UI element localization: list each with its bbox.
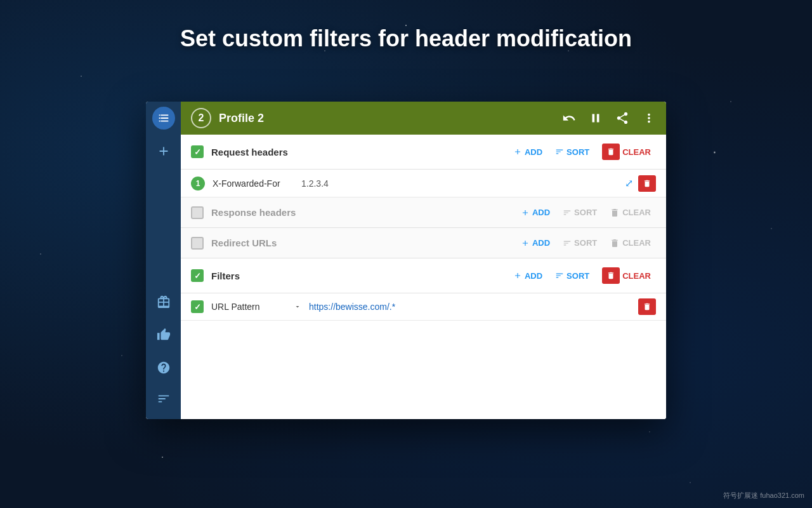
profile-badge: 2 [191,108,211,128]
sort-icon-2 [563,208,572,217]
thumbs-up-icon [157,328,171,342]
help-button[interactable] [152,356,175,379]
redirect-urls-sort-button[interactable]: SORT [558,236,602,250]
undo-icon [562,111,576,125]
request-headers-clear-icon [602,144,620,160]
sort-sidebar-icon [157,392,171,406]
delete-icon-1 [643,179,652,188]
app-logo[interactable] [152,107,175,130]
trash-icon [606,147,615,156]
filters-checkbox[interactable] [191,269,204,282]
filters-title: Filters [211,271,508,281]
row-number-1: 1 [191,177,205,190]
request-headers-add-button[interactable]: ADD [508,145,547,159]
request-headers-sort-button[interactable]: SORT [550,145,594,159]
request-headers-checkbox[interactable] [191,145,204,158]
more-button[interactable] [642,111,656,125]
url-pattern-value: https://bewisse.com/.* [309,302,638,312]
request-headers-title: Request headers [211,147,508,157]
redirect-urls-checkbox[interactable] [191,237,204,250]
header-actions [562,111,656,125]
header-value-1: 1.2.3.4 [301,178,625,189]
response-headers-section: Response headers ADD SORT CLEAR [181,197,666,228]
sort-icon-3 [563,239,572,248]
delete-row-button-1[interactable] [638,175,656,192]
filters-clear-button[interactable]: CLEAR [597,265,656,286]
like-button[interactable] [152,323,175,346]
response-headers-title: Response headers [211,207,516,218]
profile-header: 2 Profile 2 [181,102,666,135]
add-sidebar-button[interactable] [152,140,175,163]
filters-section: Filters ADD SORT CLEAR [181,258,666,293]
gift-icon [157,295,171,309]
delete-filter-icon [643,302,652,311]
pause-button[interactable] [589,111,603,125]
sort-sidebar-button[interactable] [154,389,173,411]
delete-filter-button[interactable] [638,298,656,315]
help-icon [157,361,171,375]
url-pattern-dropdown[interactable] [294,303,301,311]
sort-icon-4 [555,271,564,280]
add-icon [513,147,522,156]
filters-sort-button[interactable]: SORT [550,269,594,283]
main-content: 2 Profile 2 [181,102,666,419]
undo-button[interactable] [562,111,576,125]
chevron-down-icon [294,303,301,311]
profile-name: Profile 2 [219,112,562,125]
request-headers-section: Request headers ADD SORT CLEAR [181,135,666,170]
url-pattern-label: URL Pattern [211,302,294,312]
app-window: 2 Profile 2 [146,102,666,419]
more-icon [642,111,656,125]
header-key-1: X-Forwarded-For [213,178,301,189]
watermark: 符号扩展迷 fuhao321.com [723,491,804,500]
logo-icon [157,111,171,125]
add-icon-3 [521,239,530,248]
filters-add-button[interactable]: ADD [508,269,547,283]
request-header-row-1: 1 X-Forwarded-For 1.2.3.4 ⤢ [181,170,666,197]
pause-icon [589,111,603,125]
sidebar [146,102,181,419]
share-button[interactable] [615,111,629,125]
filters-clear-icon [602,267,620,284]
add-icon-2 [521,208,530,217]
content-area: Request headers ADD SORT CLEAR [181,135,666,419]
redirect-urls-clear-button[interactable]: CLEAR [605,236,656,251]
row-actions-1: ⤢ [625,175,656,192]
redirect-urls-title: Redirect URLs [211,237,516,248]
filter-row-1: URL Pattern https://bewisse.com/.* [181,293,666,321]
response-headers-clear-button[interactable]: CLEAR [605,205,656,220]
response-headers-checkbox[interactable] [191,206,204,219]
plus-icon [157,144,171,158]
trash-icon-4 [606,271,615,280]
request-headers-clear-button[interactable]: CLEAR [597,141,656,163]
redirect-urls-section: Redirect URLs ADD SORT CLEAR [181,228,666,258]
response-headers-sort-button[interactable]: SORT [558,205,602,220]
sidebar-bottom [152,290,175,411]
sort-icon [555,147,564,156]
trash-icon-2 [610,208,620,218]
page-title: Set custom filters for header modificati… [0,25,812,52]
add-icon-4 [513,271,522,280]
response-headers-add-button[interactable]: ADD [516,205,555,220]
redirect-urls-add-button[interactable]: ADD [516,236,555,250]
expand-button-1[interactable]: ⤢ [625,177,633,189]
filter-row-checkbox[interactable] [191,300,204,313]
gift-button[interactable] [152,290,175,313]
share-icon [615,111,629,125]
trash-icon-3 [610,238,620,248]
